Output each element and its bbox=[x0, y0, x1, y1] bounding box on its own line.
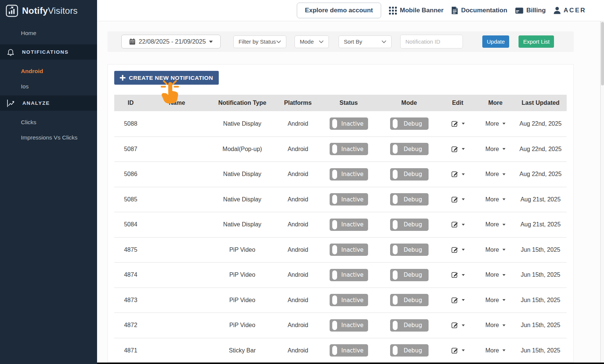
update-button[interactable]: Update bbox=[482, 35, 509, 48]
cell-id: 5088 bbox=[114, 120, 147, 127]
scrollbar-thumb[interactable] bbox=[601, 22, 604, 85]
status-toggle[interactable]: Inactive bbox=[330, 244, 368, 256]
select-value: Sort By bbox=[344, 38, 362, 45]
mode-toggle[interactable]: Debug bbox=[390, 219, 429, 231]
toggle-knob-icon bbox=[393, 295, 398, 305]
more-button[interactable]: More bbox=[485, 322, 505, 329]
cell-mode: Debug bbox=[379, 168, 439, 181]
header-cell: Notification Type bbox=[207, 95, 278, 111]
cell-id: 4872 bbox=[114, 322, 147, 329]
brand-logo[interactable]: NotifyVisitors bbox=[0, 0, 97, 21]
cell-mode: Debug bbox=[379, 143, 439, 155]
status-label: Inactive bbox=[341, 347, 364, 354]
edit-button[interactable] bbox=[451, 120, 465, 128]
sidebar-section-notifications[interactable]: NOTIFICATIONS bbox=[0, 44, 97, 60]
status-toggle[interactable]: Inactive bbox=[330, 319, 368, 332]
sidebar-item-android[interactable]: Android bbox=[0, 63, 97, 79]
edit-button[interactable] bbox=[451, 347, 465, 354]
caret-down-icon bbox=[462, 148, 465, 150]
caret-down-icon bbox=[462, 349, 465, 351]
more-button[interactable]: More bbox=[485, 247, 505, 253]
status-toggle[interactable]: Inactive bbox=[330, 219, 368, 231]
sidebar-item-home[interactable]: Home bbox=[0, 26, 97, 40]
more-button[interactable]: More bbox=[485, 347, 505, 354]
cell-status: Inactive bbox=[318, 117, 379, 130]
edit-button[interactable] bbox=[451, 170, 465, 178]
sidebar-item-ios[interactable]: Ios bbox=[0, 79, 97, 94]
mode-label: Debug bbox=[404, 120, 422, 127]
nav-account[interactable]: ACER bbox=[554, 7, 586, 14]
more-button[interactable]: More bbox=[485, 221, 505, 228]
edit-pencil-icon bbox=[451, 271, 458, 279]
export-list-button[interactable]: Export List bbox=[519, 35, 554, 48]
nav-billing[interactable]: Billing bbox=[515, 7, 546, 14]
sort-by-select[interactable]: Sort By bbox=[339, 35, 392, 48]
cell-platforms: Android bbox=[278, 146, 318, 153]
sidebar-item-impressions-vs-clicks[interactable]: Impressions Vs Clicks bbox=[0, 130, 97, 145]
explore-demo-account-button[interactable]: Explore demo account bbox=[297, 3, 381, 18]
select-value: Mode bbox=[300, 38, 314, 45]
mode-toggle[interactable]: Debug bbox=[390, 117, 429, 130]
status-toggle[interactable]: Inactive bbox=[330, 294, 368, 306]
create-new-notification-button[interactable]: CREATE NEW NOTIFICATION bbox=[114, 71, 219, 85]
mode-toggle[interactable]: Debug bbox=[390, 319, 429, 332]
sidebar-item-clicks[interactable]: Clicks bbox=[0, 114, 97, 130]
notification-id-input[interactable] bbox=[400, 35, 463, 48]
cell-more: More bbox=[476, 196, 514, 203]
date-range-picker[interactable]: 22/08/2025 - 21/09/2025 bbox=[121, 35, 221, 48]
main-content: 22/08/2025 - 21/09/2025 Filter by Status… bbox=[97, 21, 604, 364]
nav-mobile-banner[interactable]: Mobile Banner bbox=[389, 7, 443, 15]
more-label: More bbox=[485, 322, 499, 329]
header-cell: Edit bbox=[439, 95, 476, 111]
more-button[interactable]: More bbox=[485, 272, 505, 278]
mode-toggle[interactable]: Debug bbox=[390, 193, 429, 205]
mode-toggle[interactable]: Debug bbox=[390, 294, 429, 306]
more-button[interactable]: More bbox=[485, 120, 505, 127]
toggle-knob-icon bbox=[332, 195, 337, 204]
edit-button[interactable] bbox=[451, 321, 465, 329]
cell-status: Inactive bbox=[318, 219, 379, 231]
more-label: More bbox=[485, 272, 499, 278]
cell-more: More bbox=[476, 347, 514, 354]
cell-notification-type: Modal(Pop-up) bbox=[207, 146, 278, 153]
edit-button[interactable] bbox=[451, 196, 465, 203]
status-toggle[interactable]: Inactive bbox=[330, 117, 368, 130]
mode-toggle[interactable]: Debug bbox=[390, 344, 429, 357]
mode-select[interactable]: Mode bbox=[295, 35, 329, 48]
vertical-scrollbar[interactable] bbox=[600, 21, 604, 364]
more-button[interactable]: More bbox=[485, 196, 505, 203]
nav-documentation[interactable]: Documentation bbox=[451, 6, 507, 15]
status-toggle[interactable]: Inactive bbox=[330, 143, 368, 155]
sidebar-section-analyze[interactable]: ANALYZE bbox=[0, 95, 97, 111]
cell-notification-type: Native Display bbox=[207, 120, 278, 127]
edit-button[interactable] bbox=[451, 271, 465, 279]
more-label: More bbox=[485, 146, 499, 153]
mode-toggle[interactable]: Debug bbox=[390, 143, 429, 155]
status-toggle[interactable]: Inactive bbox=[330, 344, 368, 357]
toggle-knob-icon bbox=[332, 245, 337, 254]
status-toggle[interactable]: Inactive bbox=[330, 269, 368, 281]
toggle-knob-icon bbox=[332, 270, 337, 280]
more-button[interactable]: More bbox=[485, 171, 505, 178]
cell-id: 4871 bbox=[114, 347, 147, 354]
status-toggle[interactable]: Inactive bbox=[330, 193, 368, 205]
table-row: 4874 PiP Video Android Inactive Debug bbox=[114, 262, 567, 288]
edit-button[interactable] bbox=[451, 246, 465, 254]
edit-button[interactable] bbox=[451, 221, 465, 228]
toggle-knob-icon bbox=[393, 119, 398, 128]
caret-down-icon bbox=[209, 41, 213, 43]
mode-toggle[interactable]: Debug bbox=[390, 269, 429, 281]
mode-toggle[interactable]: Debug bbox=[390, 168, 429, 181]
edit-button[interactable] bbox=[451, 296, 465, 304]
caret-down-icon bbox=[502, 274, 505, 276]
mode-toggle[interactable]: Debug bbox=[390, 244, 429, 256]
edit-button[interactable] bbox=[451, 145, 465, 153]
cell-edit bbox=[439, 271, 476, 279]
status-toggle[interactable]: Inactive bbox=[330, 168, 368, 181]
more-button[interactable]: More bbox=[485, 297, 505, 304]
cell-edit bbox=[439, 196, 476, 203]
filter-by-status-select[interactable]: Filter by Status bbox=[233, 35, 286, 48]
cell-mode: Debug bbox=[379, 344, 439, 357]
more-button[interactable]: More bbox=[485, 146, 505, 153]
header-cell: Mode bbox=[379, 95, 439, 111]
